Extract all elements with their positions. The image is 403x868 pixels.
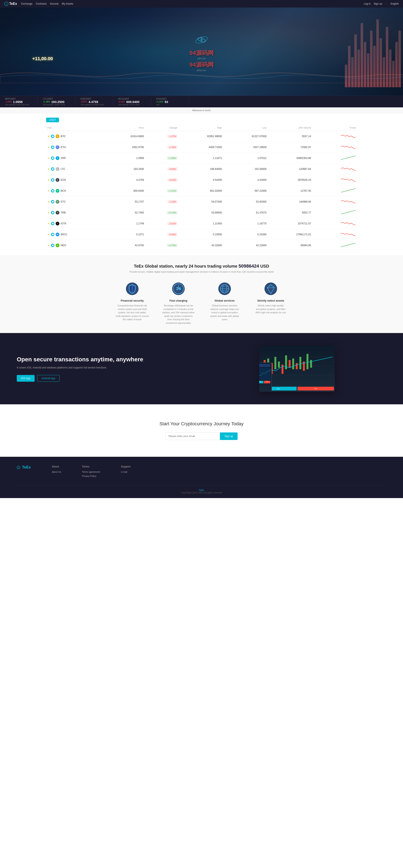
- footer-about-link[interactable]: about Us: [52, 471, 61, 473]
- main-nav: Exchange Contracts Second My Assets: [21, 2, 73, 5]
- coin-name: BCH: [61, 189, 66, 192]
- footer-support-col: Support e-mail: [121, 465, 131, 479]
- android-app-button[interactable]: Android App: [37, 375, 60, 382]
- col-change: Change: [145, 125, 179, 131]
- ticker-item-1[interactable]: LTC/USDT +1.38% 193.2500 24H quantity 12…: [38, 98, 76, 106]
- ticker-item-0[interactable]: BRP/USDT -1.04% 1.0958 24H quantity 4390…: [0, 98, 38, 106]
- footer-logo-col: T TeEx: [17, 465, 31, 479]
- nav-my-assets[interactable]: My Assets: [62, 2, 74, 5]
- price-cell: 53.1707: [104, 196, 145, 207]
- language-selector[interactable]: English: [391, 2, 399, 5]
- star-icon[interactable]: ★: [48, 211, 50, 214]
- stats-card-desc-3: Strictly select high-quality encryption …: [254, 304, 288, 314]
- table-row: ★ ⬤ L LTC 193.2500 -0.83% 196.64000 191.…: [46, 163, 357, 175]
- footer-brand-name: TeEx: [199, 489, 204, 491]
- stats-card-desc-2: Global business services network coverag…: [208, 304, 241, 321]
- footer-terms-agreement-link[interactable]: Terms agreement: [82, 471, 100, 473]
- col-pair: Pair: [46, 125, 104, 131]
- star-icon[interactable]: ★: [48, 179, 50, 181]
- change-cell: -1.19%: [145, 196, 179, 207]
- nav-second[interactable]: Second: [50, 2, 59, 5]
- svg-rect-32: [282, 365, 283, 374]
- coin-icon: I: [56, 222, 59, 225]
- usdt-tab[interactable]: USDT: [46, 118, 59, 122]
- footer-privacy-link[interactable]: Privacy Policy: [82, 475, 100, 477]
- price-cell: 600.6400: [104, 185, 145, 196]
- star-icon[interactable]: ★: [48, 233, 50, 236]
- footer-bottom: TeEx CopyRight 2022 TeEx All rights rese…: [17, 486, 386, 494]
- vol-cell: 144989.06: [268, 196, 312, 207]
- coin-name: ETC: [61, 200, 66, 203]
- svg-point-4: [200, 39, 203, 41]
- hero-section: +11,00.00 94源码网 st94.com 94源码网 jt94a.com: [0, 7, 403, 96]
- app-subtitle: It covers IOS, Android and windows platf…: [17, 366, 195, 369]
- footer-top: T TeEx About about Us Terms Terms agreem…: [17, 465, 386, 486]
- coin-icon: W: [56, 232, 59, 236]
- badge-icon: ⬤: [51, 211, 54, 214]
- footer-email-link[interactable]: e-mail: [121, 471, 131, 473]
- star-icon[interactable]: ★: [48, 146, 50, 149]
- coin-name: BTC: [61, 135, 66, 138]
- footer: T TeEx About about Us Terms Terms agreem…: [0, 457, 403, 498]
- footer-logo: T TeEx: [17, 465, 31, 469]
- pair-cell: ★ ⬤ E ETH: [46, 142, 104, 153]
- price-cell: 4.4759: [104, 175, 145, 185]
- email-input[interactable]: [165, 432, 220, 440]
- stats-card-desc-1: Recharge withdrawal can be completed in …: [162, 304, 195, 324]
- trend-cell: [312, 153, 357, 163]
- stats-card-3: Strictly select assets Strictly select h…: [254, 281, 288, 324]
- ios-app-button[interactable]: IOS App: [17, 375, 35, 382]
- ticker-pair-2: EOS/USDT: [81, 98, 108, 100]
- cta-section: Start Your Cryptocurrency Journey Today …: [0, 404, 403, 457]
- teex-logo-icon: T: [4, 2, 8, 6]
- star-icon[interactable]: ★: [48, 135, 50, 138]
- ticker-item-3[interactable]: BCH/USDT -0.52% 600.6400 24H quantity 12…: [113, 98, 151, 106]
- pair-cell: ★ ⬤ I IOTA: [46, 218, 104, 229]
- star-icon[interactable]: ★: [48, 167, 50, 170]
- svg-rect-31: [278, 362, 280, 368]
- pair-cell: ★ ⬤ E EOS: [46, 175, 104, 185]
- login-link[interactable]: Log in: [364, 2, 371, 5]
- stats-subtitle: Provide secure, reliable digital asset t…: [4, 271, 399, 273]
- change-cell: +1.08%: [145, 153, 179, 163]
- welcome-text: Welcome to Scoin: [192, 109, 211, 112]
- ticker-change-3: -0.52%: [118, 101, 125, 103]
- high-cell: 601.02000: [179, 185, 223, 196]
- high-cell: 0.15500: [179, 229, 223, 240]
- ticker-change-0: -1.04%: [5, 101, 12, 103]
- app-buttons: IOS App Android App: [17, 375, 195, 382]
- star-icon[interactable]: ★: [48, 200, 50, 203]
- change-cell: -0.83%: [145, 163, 179, 175]
- watermark-url2: jt94a.com: [197, 69, 206, 71]
- stats-card-1: 24 Fast charging Recharge withdrawal can…: [162, 281, 195, 324]
- table-row: ★ ⬤ I IOTA 1.1749 -2.02% 1.21450 1.16770…: [46, 218, 357, 229]
- watermark-text2: 94源码网: [189, 61, 213, 69]
- svg-rect-40: [310, 360, 312, 368]
- signup-cta-button[interactable]: Sign up: [220, 432, 238, 440]
- nav-contracts[interactable]: Contracts: [36, 2, 47, 5]
- table-row: ★ ⬤ W WICC 0.1571 -0.06% 0.15500 0.15260…: [46, 229, 357, 240]
- star-icon[interactable]: ★: [48, 244, 50, 247]
- svg-rect-30: [274, 357, 276, 369]
- app-title: Open secure transactions anytime, anywhe…: [17, 356, 195, 363]
- ticker-pair-1: LTC/USDT: [43, 98, 70, 100]
- badge-icon: ⬤: [51, 189, 54, 192]
- signup-link[interactable]: Sign up: [374, 2, 382, 5]
- col-price: Price: [104, 125, 145, 131]
- price-cell: 1.0958: [104, 153, 145, 163]
- coin-icon: B: [56, 134, 59, 138]
- star-icon[interactable]: ★: [48, 222, 50, 225]
- high-cell: 1.11671: [179, 153, 223, 163]
- nav-exchange[interactable]: Exchange: [21, 2, 32, 5]
- high-cell: 4409.71000: [179, 142, 223, 153]
- coin-name: IOTA: [61, 222, 66, 225]
- navbar-logo[interactable]: T TeEx: [4, 2, 17, 6]
- trend-cell: [312, 163, 357, 175]
- col-vol: 24H Volume: [268, 125, 312, 131]
- svg-rect-34: [289, 360, 290, 368]
- coin-icon: B: [56, 189, 59, 193]
- ticker-item-2[interactable]: EOS/USDT -0.87% 4.4759 24H quantity 2876…: [76, 98, 113, 106]
- star-icon[interactable]: ★: [48, 189, 50, 192]
- star-icon[interactable]: ★: [48, 157, 50, 160]
- ticker-item-4[interactable]: ETH/USDT +1.31% 53 24H: [151, 98, 189, 106]
